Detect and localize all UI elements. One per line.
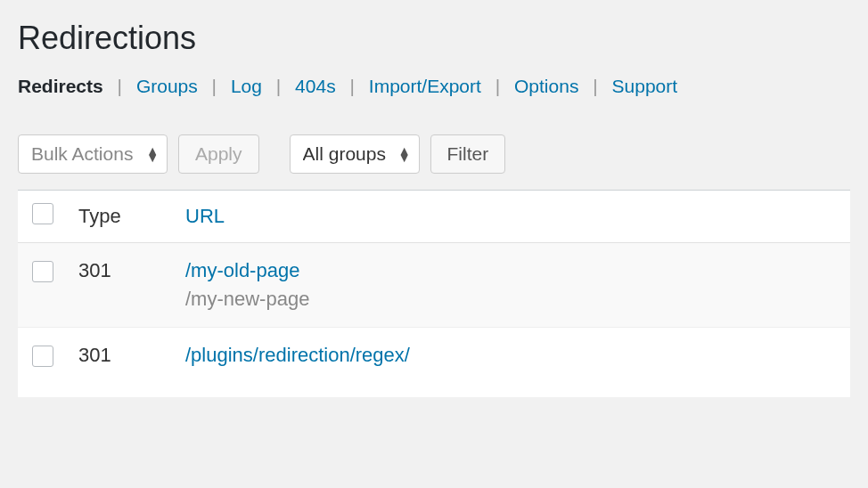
tab-groups[interactable]: Groups [136, 76, 198, 96]
column-header-url[interactable]: URL [185, 205, 225, 227]
controls-row: Bulk Actions ▲▼ Apply All groups ▲▼ Filt… [18, 118, 850, 184]
tab-separator: | [593, 76, 597, 96]
select-all-checkbox[interactable] [32, 203, 53, 224]
apply-button[interactable]: Apply [178, 134, 259, 174]
table-header: Type URL [18, 191, 850, 243]
filter-button[interactable]: Filter [430, 134, 506, 174]
tab-separator: | [495, 76, 500, 96]
column-header-type[interactable]: Type [78, 205, 185, 228]
tab-redirects[interactable]: Redirects [18, 76, 103, 96]
tab-404s[interactable]: 404s [295, 76, 336, 96]
redirects-table: Type URL 301 /my-old-page /my-new-page 3… [18, 190, 850, 397]
tab-nav: Redirects | Groups | Log | 404s | Import… [18, 76, 850, 118]
group-filter-select[interactable]: All groups [290, 134, 420, 174]
tab-separator: | [350, 76, 355, 96]
table-row: 301 /my-old-page /my-new-page [18, 243, 850, 328]
bulk-actions-select[interactable]: Bulk Actions [18, 134, 168, 174]
tab-separator: | [212, 76, 217, 96]
row-target-url: /my-new-page [185, 288, 836, 311]
tab-support[interactable]: Support [612, 76, 678, 96]
row-type: 301 [78, 259, 185, 282]
tab-separator: | [118, 76, 122, 96]
tab-options[interactable]: Options [514, 76, 578, 96]
page-title: Redirections [18, 9, 850, 76]
row-source-url[interactable]: /my-old-page [185, 259, 836, 282]
table-row: 301 /plugins/redirection/regex/ [18, 328, 850, 397]
row-type: 301 [78, 344, 185, 367]
row-source-url[interactable]: /plugins/redirection/regex/ [185, 344, 836, 367]
row-checkbox[interactable] [32, 346, 53, 367]
tab-log[interactable]: Log [231, 76, 262, 96]
tab-import-export[interactable]: Import/Export [369, 76, 481, 96]
row-checkbox[interactable] [32, 261, 53, 282]
tab-separator: | [276, 76, 281, 96]
